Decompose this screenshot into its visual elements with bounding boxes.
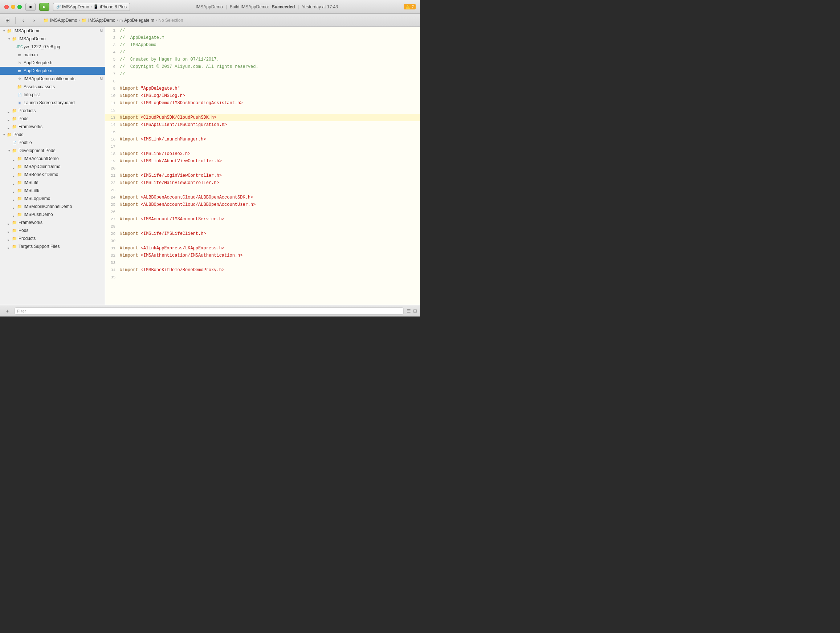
code-line-3[interactable]: 3// IMSAppDemo — [105, 41, 420, 49]
sidebar-item-imslink[interactable]: ▾ 📁 IMSLink — [0, 186, 105, 194]
code-line-4[interactable]: 4// — [105, 49, 420, 56]
code-line-27[interactable]: 27#import <IMSAccount/IMSAccountService.… — [105, 216, 420, 223]
sidebar-item-appdelegate-m[interactable]: ▾ m AppDelegate.m — [0, 67, 105, 75]
code-line-31[interactable]: 31#import <AlinkAppExpress/LKAppExpress.… — [105, 245, 420, 252]
code-line-1[interactable]: 1// — [105, 27, 420, 34]
hierarchy-view-icon[interactable]: ⊞ — [413, 308, 417, 314]
code-line-11[interactable]: 11#import <IMSLogDemo/IMSDashboardLogAss… — [105, 99, 420, 107]
sidebar-label: Frameworks — [19, 124, 105, 129]
sidebar-item-pods-root[interactable]: ▾ 📁 Pods — [0, 131, 105, 139]
nav-forward-button[interactable]: › — [29, 16, 39, 25]
nav-back-button[interactable]: ‹ — [19, 16, 28, 25]
sidebar-item-frameworks-pods[interactable]: ▾ 📁 Frameworks — [0, 218, 105, 226]
add-file-button[interactable]: + — [3, 307, 12, 316]
breadcrumb-crumb-3[interactable]: AppDelegate.m — [124, 18, 154, 23]
sidebar-item-products[interactable]: ▾ 📁 Products — [0, 107, 105, 115]
warning-badge[interactable]: ⚠️ 7 — [404, 4, 416, 9]
code-line-30[interactable]: 30 — [105, 237, 420, 245]
folder-yellow-icon: 📁 — [17, 180, 22, 185]
code-line-34[interactable]: 34#import <IMSBoneKitDemo/BoneDemoProxy.… — [105, 267, 420, 274]
code-line-25[interactable]: 25#import <ALBBOpenAccountCloud/ALBBOpen… — [105, 201, 420, 208]
code-line-12[interactable]: 12 — [105, 107, 420, 114]
chevron-left-icon: ‹ — [22, 17, 24, 23]
breadcrumb-crumb-1[interactable]: IMSAppDemo — [50, 18, 77, 23]
code-line-28[interactable]: 28 — [105, 223, 420, 230]
sidebar-label: IMSBoneKitDemo — [24, 172, 105, 177]
code-line-33[interactable]: 33 — [105, 259, 420, 267]
sidebar-item-products-pods[interactable]: ▾ 📁 Products — [0, 234, 105, 243]
code-line-17[interactable]: 17 — [105, 143, 420, 150]
code-line-19[interactable]: 19#import <IMSLink/AboutViewController.h… — [105, 158, 420, 165]
code-line-20[interactable]: 20 — [105, 165, 420, 172]
code-line-23[interactable]: 23 — [105, 186, 420, 194]
list-view-icon[interactable]: ☰ — [407, 308, 411, 314]
code-line-29[interactable]: 29#import <IMSLife/IMSLifeClient.h> — [105, 230, 420, 237]
sidebar-item-imsaccountdemo[interactable]: ▾ 📁 IMSAccountDemo — [0, 155, 105, 163]
build-separator2: | — [298, 4, 299, 9]
line-number: 21 — [105, 172, 120, 179]
code-line-32[interactable]: 32#import <IMSAuthentication/IMSAuthenti… — [105, 252, 420, 259]
line-number: 10 — [105, 92, 120, 99]
run-button[interactable]: ▶ — [39, 3, 49, 11]
code-line-21[interactable]: 21#import <IMSLife/LoginViewController.h… — [105, 172, 420, 179]
sidebar-item-appdelegate-h[interactable]: ▾ h AppDelegate.h — [0, 59, 105, 67]
code-line-15[interactable]: 15 — [105, 128, 420, 136]
line-content: #import <AlinkAppExpress/LKAppExpress.h> — [120, 245, 420, 252]
sidebar-item-imsappdemo-root[interactable]: ▾ 📁 IMSAppDemo M — [0, 27, 105, 35]
sidebar-item-podfile[interactable]: ▾ 📄 Podfile — [0, 139, 105, 147]
sidebar-item-entitlements[interactable]: ▾ ⚙ IMSAppDemo.entitlements M — [0, 75, 105, 83]
code-line-35[interactable]: 35 — [105, 274, 420, 281]
sidebar-item-assets[interactable]: ▾ 📁 Assets.xcassets — [0, 83, 105, 91]
sidebar-item-imsappdemo-folder[interactable]: ▾ 📁 IMSAppDemo — [0, 35, 105, 43]
sidebar-item-info-plist[interactable]: ▾ 📄 Info.plist — [0, 91, 105, 99]
breadcrumb-crumb-2[interactable]: IMSAppDemo — [88, 18, 115, 23]
code-line-7[interactable]: 7// — [105, 70, 420, 78]
sidebar-item-targets-support[interactable]: ▾ 📁 Targets Support Files — [0, 243, 105, 251]
folder-yellow-icon: 📁 — [12, 148, 17, 153]
sidebar-item-imslife[interactable]: ▾ 📁 IMSLife — [0, 178, 105, 186]
code-line-16[interactable]: 16#import <IMSLink/LaunchManager.h> — [105, 136, 420, 143]
stop-button[interactable]: ■ — [25, 3, 36, 11]
line-number: 2 — [105, 34, 120, 41]
close-button[interactable] — [4, 5, 9, 9]
sidebar-item-pods-pods[interactable]: ▾ 📁 Pods — [0, 226, 105, 234]
code-line-5[interactable]: 5// Created by Hager Hu on 07/11/2017. — [105, 56, 420, 63]
code-line-18[interactable]: 18#import <IMSLink/ToolBox.h> — [105, 150, 420, 158]
sidebar-item-imslogdemo[interactable]: ▾ 📁 IMSLogDemo — [0, 194, 105, 202]
code-line-10[interactable]: 10#import <IMSLog/IMSLog.h> — [105, 92, 420, 99]
sidebar-item-main-m[interactable]: ▾ m main.m — [0, 51, 105, 59]
code-editor[interactable]: 1//2// AppDelegate.m3// IMSAppDemo4//5//… — [105, 27, 420, 305]
sidebar-label: IMSApiClientDemo — [24, 164, 105, 169]
folder-yellow-icon: 📁 — [17, 156, 22, 161]
sidebar-item-yw-img[interactable]: ▾ JPG yw_1222_07e8.jpg — [0, 43, 105, 51]
code-line-24[interactable]: 24#import <ALBBOpenAccountCloud/ALBBOpen… — [105, 194, 420, 201]
sidebar-item-dev-pods[interactable]: ▾ 📁 Development Pods — [0, 147, 105, 155]
code-line-2[interactable]: 2// AppDelegate.m — [105, 34, 420, 41]
breadcrumb-icon-1: 📁 — [43, 18, 49, 23]
sidebar-item-imsbonekitdemo[interactable]: ▾ 📁 IMSBoneKitDemo — [0, 170, 105, 178]
code-line-6[interactable]: 6// Copyright © 2017 Aliyun.com. All rig… — [105, 63, 420, 70]
code-line-14[interactable]: 14#import <IMSApiClient/IMSConfiguration… — [105, 121, 420, 128]
sidebar-toggle-button[interactable]: ⊞ — [3, 16, 13, 25]
minimize-button[interactable] — [11, 5, 15, 9]
sidebar-item-frameworks-sub[interactable]: ▾ 📁 Frameworks — [0, 123, 105, 131]
code-line-8[interactable]: 8 — [105, 78, 420, 85]
code-line-22[interactable]: 22#import <IMSLife/MainViewController.h> — [105, 179, 420, 186]
sidebar-item-imspushdemo[interactable]: ▾ 📁 IMSPushDemo — [0, 210, 105, 218]
sidebar-item-imsapiclientdemo[interactable]: ▾ 📁 IMSApiClientDemo — [0, 163, 105, 170]
sidebar-item-pods-sub[interactable]: ▾ 📁 Pods — [0, 115, 105, 123]
line-number: 15 — [105, 128, 120, 136]
plus-icon: + — [6, 308, 9, 314]
scheme-selector[interactable]: 🔗 IMSAppDemo › 📱 iPhone 8 Plus — [53, 3, 130, 11]
code-line-13[interactable]: 13#import <CloudPushSDK/CloudPushSDK.h> — [105, 114, 420, 121]
maximize-button[interactable] — [17, 5, 22, 9]
line-number: 28 — [105, 223, 120, 230]
arrow-closed-icon: ▾ — [6, 124, 12, 129]
sidebar-item-launch-screen[interactable]: ▾ ▣ Launch Screen.storyboard — [0, 99, 105, 107]
line-content: #import <ALBBOpenAccountCloud/ALBBOpenAc… — [120, 194, 420, 201]
code-line-26[interactable]: 26 — [105, 208, 420, 216]
run-icon: ▶ — [43, 5, 46, 9]
sidebar-item-imsmobilechanneldemo[interactable]: ▾ 📁 IMSMobileChannelDemo — [0, 202, 105, 210]
code-line-9[interactable]: 9#import "AppDelegate.h" — [105, 85, 420, 92]
filter-input[interactable] — [14, 308, 404, 315]
